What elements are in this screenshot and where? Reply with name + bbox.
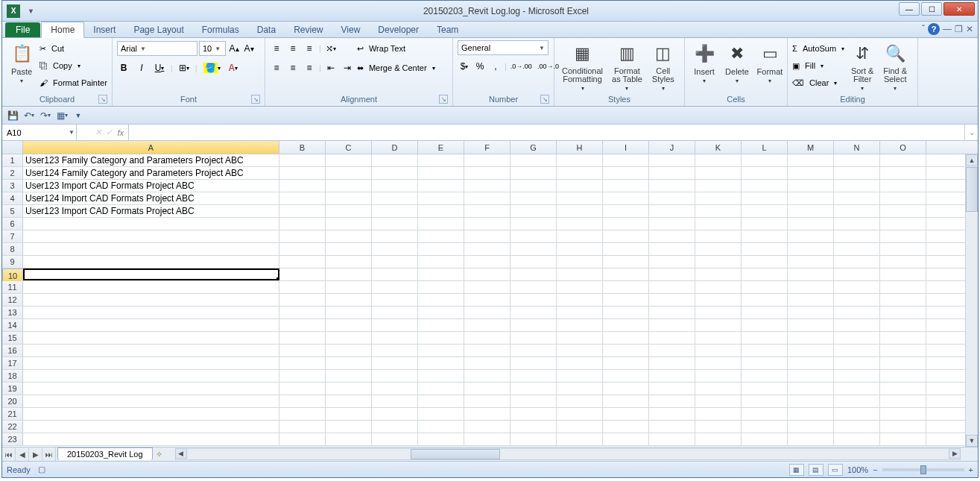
cell[interactable] <box>788 345 834 356</box>
number-dialog-icon[interactable]: ↘ <box>540 95 549 104</box>
cell[interactable] <box>372 243 418 255</box>
column-header[interactable]: K <box>695 141 742 154</box>
font-size-select[interactable]: 10▼ <box>199 41 226 56</box>
cell[interactable] <box>834 370 880 382</box>
cell[interactable] <box>695 345 742 356</box>
cell[interactable] <box>788 294 834 306</box>
cell[interactable] <box>649 433 695 445</box>
cell[interactable] <box>510 167 557 179</box>
cell[interactable] <box>834 306 880 318</box>
column-header[interactable]: F <box>464 141 510 154</box>
cell[interactable] <box>464 421 510 433</box>
cell[interactable] <box>557 370 603 382</box>
cell[interactable] <box>326 268 372 280</box>
cell[interactable] <box>695 395 742 407</box>
zoom-in-button[interactable]: + <box>969 465 973 474</box>
cell[interactable] <box>834 332 880 344</box>
cell[interactable] <box>834 421 880 433</box>
cell[interactable] <box>788 421 834 433</box>
cell[interactable] <box>510 230 557 242</box>
chevron-down-icon[interactable]: ▼ <box>69 129 75 136</box>
cell[interactable] <box>464 256 510 268</box>
cell[interactable] <box>23 345 279 356</box>
cell[interactable] <box>464 408 510 420</box>
cell[interactable] <box>23 218 279 230</box>
cell[interactable] <box>649 192 695 204</box>
cell[interactable] <box>372 205 418 217</box>
cell[interactable] <box>603 243 649 255</box>
cell[interactable] <box>510 370 557 382</box>
cell[interactable] <box>788 243 834 255</box>
cell[interactable] <box>649 294 695 306</box>
cell[interactable] <box>23 281 279 293</box>
cell[interactable] <box>834 345 880 356</box>
cell[interactable] <box>695 180 742 192</box>
cell[interactable] <box>649 332 695 344</box>
cell[interactable] <box>23 383 279 394</box>
cell[interactable] <box>372 395 418 407</box>
cell[interactable] <box>742 370 788 382</box>
cell[interactable] <box>742 192 788 204</box>
cell[interactable] <box>880 370 926 382</box>
cell[interactable] <box>23 294 279 306</box>
cell[interactable] <box>279 205 326 217</box>
page-break-view-button[interactable]: ▭ <box>828 464 843 476</box>
cell[interactable] <box>510 243 557 255</box>
cell[interactable] <box>557 294 603 306</box>
font-color-button[interactable]: A▾ <box>227 60 240 75</box>
row-header[interactable]: 9 <box>2 256 23 268</box>
orientation-button[interactable]: ⤭▾ <box>324 41 338 56</box>
cell[interactable] <box>557 230 603 242</box>
tab-review[interactable]: Review <box>285 22 332 37</box>
cell[interactable] <box>510 192 557 204</box>
paste-button[interactable]: 📋 Paste ▾ <box>7 40 37 86</box>
cell[interactable] <box>880 345 926 356</box>
font-dialog-icon[interactable]: ↘ <box>251 95 260 104</box>
cell[interactable] <box>279 345 326 356</box>
cell[interactable] <box>464 357 510 369</box>
sheet-nav-next-icon[interactable]: ▶ <box>29 447 42 461</box>
doc-close-icon[interactable]: ✕ <box>966 24 973 34</box>
cell[interactable] <box>742 306 788 318</box>
cell[interactable] <box>880 154 926 166</box>
cell[interactable] <box>880 294 926 306</box>
cell[interactable] <box>834 205 880 217</box>
scroll-right-icon[interactable]: ▶ <box>949 448 961 459</box>
cell[interactable] <box>510 319 557 331</box>
cell[interactable] <box>464 319 510 331</box>
cell[interactable] <box>557 306 603 318</box>
cell[interactable] <box>557 256 603 268</box>
cell[interactable] <box>418 433 464 445</box>
cell[interactable] <box>372 319 418 331</box>
cell[interactable] <box>788 205 834 217</box>
cell[interactable] <box>464 306 510 318</box>
cell[interactable] <box>695 192 742 204</box>
cell[interactable] <box>788 218 834 230</box>
cell[interactable] <box>372 218 418 230</box>
cell[interactable] <box>834 243 880 255</box>
cell[interactable]: User123 Family Category and Parameters P… <box>23 154 279 166</box>
cell[interactable] <box>326 370 372 382</box>
cell[interactable] <box>326 421 372 433</box>
cell[interactable] <box>279 180 326 192</box>
cell[interactable] <box>418 218 464 230</box>
cell[interactable] <box>418 268 464 280</box>
cell[interactable] <box>464 294 510 306</box>
cell[interactable] <box>372 281 418 293</box>
cell[interactable] <box>742 357 788 369</box>
row-header[interactable]: 13 <box>2 306 23 318</box>
cell[interactable] <box>418 357 464 369</box>
cell[interactable] <box>788 332 834 344</box>
cell[interactable] <box>834 167 880 179</box>
cell[interactable] <box>464 243 510 255</box>
cell[interactable] <box>603 383 649 394</box>
cell[interactable] <box>880 433 926 445</box>
cell[interactable] <box>510 281 557 293</box>
row-header[interactable]: 5 <box>2 205 23 217</box>
cell[interactable] <box>418 243 464 255</box>
cell[interactable] <box>418 294 464 306</box>
cell[interactable] <box>695 243 742 255</box>
column-header[interactable]: A <box>23 141 279 154</box>
cell[interactable] <box>557 408 603 420</box>
cell[interactable] <box>695 433 742 445</box>
